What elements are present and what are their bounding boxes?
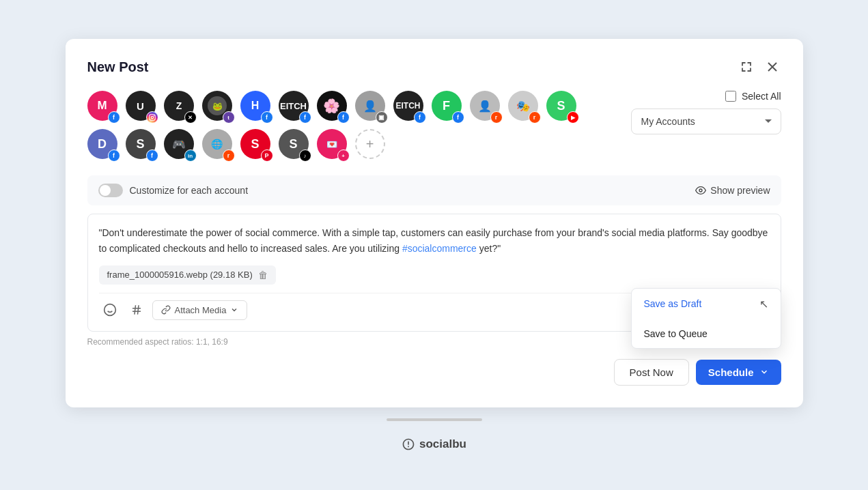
svg-point-2 (153, 115, 154, 116)
account-avatar-11[interactable]: 👤 r (470, 91, 503, 124)
platform-badge-tw: ✕ (184, 111, 197, 124)
expand-button[interactable] (738, 58, 755, 76)
platform-badge-fb5: ▣ (376, 111, 388, 124)
platform-badge-fb: f (108, 111, 120, 124)
modal-title: New Post (87, 59, 149, 75)
platform-badge-fb3: f (299, 111, 311, 124)
platform-badge-ig (146, 111, 158, 124)
accounts-right: Select All My Accounts (631, 91, 781, 134)
customize-toggle[interactable] (98, 184, 123, 197)
account-avatar-6[interactable]: EITCH f (279, 91, 311, 124)
account-avatar-2[interactable]: U (126, 91, 158, 124)
schedule-chevron-icon (759, 367, 769, 377)
modal-footer: Save as Draft ↖ Save to Queue Post Now S… (87, 359, 781, 386)
account-avatar-10[interactable]: F f (432, 91, 464, 124)
attach-media-button[interactable]: Attach Media (152, 300, 248, 320)
account-avatar-16[interactable]: 🎮 in (164, 129, 197, 162)
platform-badge-custom: + (337, 149, 350, 162)
link-icon (161, 305, 171, 315)
accounts-left: M f U Z ✕ 🐸 (87, 91, 615, 162)
platform-badge-fb4: f (337, 111, 350, 124)
platform-badge-fb2: f (261, 111, 273, 124)
post-text: "Don't underestimate the power of social… (99, 225, 770, 256)
platform-badge-rd1: r (490, 111, 503, 124)
post-text-hashtag: #socialcommerce (402, 243, 477, 254)
account-avatar-9[interactable]: EITCH f (393, 91, 426, 124)
brand-footer: socialbu (402, 437, 466, 451)
modal-header-actions (738, 58, 781, 76)
new-post-modal: New Post M f U (66, 39, 803, 407)
save-dropdown-popup: Save as Draft ↖ Save to Queue (631, 288, 781, 349)
account-avatar-14[interactable]: D f (87, 129, 120, 162)
schedule-button[interactable]: Schedule (696, 360, 781, 385)
platform-badge-pi: P (261, 149, 273, 162)
account-avatar-7[interactable]: 🌸 f (317, 91, 350, 124)
save-as-draft-label: Save as Draft (644, 298, 702, 309)
attachment-tag: frame_1000005916.webp (29.18 KB) 🗑 (99, 265, 276, 285)
accounts-section: M f U Z ✕ 🐸 (87, 91, 781, 162)
svg-text:🐸: 🐸 (212, 101, 222, 111)
svg-rect-0 (149, 115, 154, 120)
select-all-row: Select All (725, 91, 781, 102)
platform-badge-li: in (184, 149, 197, 162)
svg-point-1 (151, 116, 153, 118)
platform-badge-tk: ♪ (299, 149, 311, 162)
delete-attachment-button[interactable]: 🗑 (258, 270, 268, 280)
account-avatar-1[interactable]: M f (87, 91, 120, 124)
platform-badge-fb9: f (146, 149, 158, 162)
svg-point-8 (104, 304, 115, 316)
svg-line-14 (137, 306, 139, 315)
brand-name: socialbu (419, 437, 466, 451)
post-now-button[interactable]: Post Now (614, 359, 689, 386)
attach-media-label: Attach Media (175, 305, 227, 315)
svg-text:Z: Z (176, 100, 182, 111)
attach-dropdown-chevron (230, 306, 238, 314)
show-preview-label: Show preview (710, 185, 770, 196)
platform-badge-tw2: t (223, 111, 235, 124)
platform-badge-rd3: r (223, 149, 235, 162)
account-avatar-13[interactable]: S ▶ (546, 91, 579, 124)
account-avatar-4[interactable]: 🐸 t (202, 91, 235, 124)
account-avatar-18[interactable]: S P (240, 129, 273, 162)
close-button[interactable] (764, 58, 781, 76)
attachment-name: frame_1000005916.webp (29.18 KB) (107, 270, 253, 280)
modal-header: New Post (87, 58, 781, 76)
account-avatar-20[interactable]: 💌 + (317, 129, 350, 162)
customize-left: Customize for each account (98, 184, 249, 197)
add-account-button[interactable]: + (355, 129, 385, 159)
eye-icon (695, 185, 706, 196)
emoji-button[interactable] (99, 300, 121, 319)
save-as-draft-item[interactable]: Save as Draft ↖ (632, 289, 781, 319)
my-accounts-dropdown[interactable]: My Accounts (631, 109, 781, 134)
customize-bar: Customize for each account Show preview (87, 175, 781, 205)
select-all-checkbox[interactable] (725, 91, 736, 102)
platform-badge-fb6: f (414, 111, 426, 124)
accounts-row: M f U Z ✕ 🐸 (87, 91, 615, 162)
schedule-label: Schedule (708, 366, 754, 378)
account-avatar-17[interactable]: 🌐 r (202, 129, 235, 162)
save-to-queue-item[interactable]: Save to Queue (632, 319, 781, 348)
account-avatar-8[interactable]: 👤 ▣ (355, 91, 388, 124)
cursor-icon: ↖ (759, 298, 768, 311)
svg-point-7 (699, 189, 702, 192)
account-avatar-5[interactable]: H f (240, 91, 273, 124)
attachment-area: frame_1000005916.webp (29.18 KB) 🗑 (99, 265, 770, 285)
hashtag-button[interactable] (126, 301, 147, 319)
save-to-queue-label: Save to Queue (644, 328, 708, 339)
socialbu-logo-icon (402, 437, 415, 451)
account-avatar-15[interactable]: S f (126, 129, 158, 162)
show-preview-button[interactable]: Show preview (695, 185, 770, 196)
account-avatar-12[interactable]: 🎭 r (508, 91, 541, 124)
brand-logo: socialbu (402, 437, 466, 451)
post-text-end: yet?" (477, 243, 501, 254)
svg-line-13 (135, 306, 136, 315)
customize-label: Customize for each account (130, 185, 249, 196)
account-avatar-3[interactable]: Z ✕ (164, 91, 197, 124)
select-all-label: Select All (742, 91, 781, 102)
platform-badge-fb8: f (108, 149, 120, 162)
scroll-indicator (387, 418, 482, 421)
platform-badge-fb7: f (452, 111, 464, 124)
platform-badge-rd2: r (529, 111, 541, 124)
account-avatar-19[interactable]: S ♪ (279, 129, 311, 162)
platform-badge-yt: ▶ (567, 111, 579, 124)
